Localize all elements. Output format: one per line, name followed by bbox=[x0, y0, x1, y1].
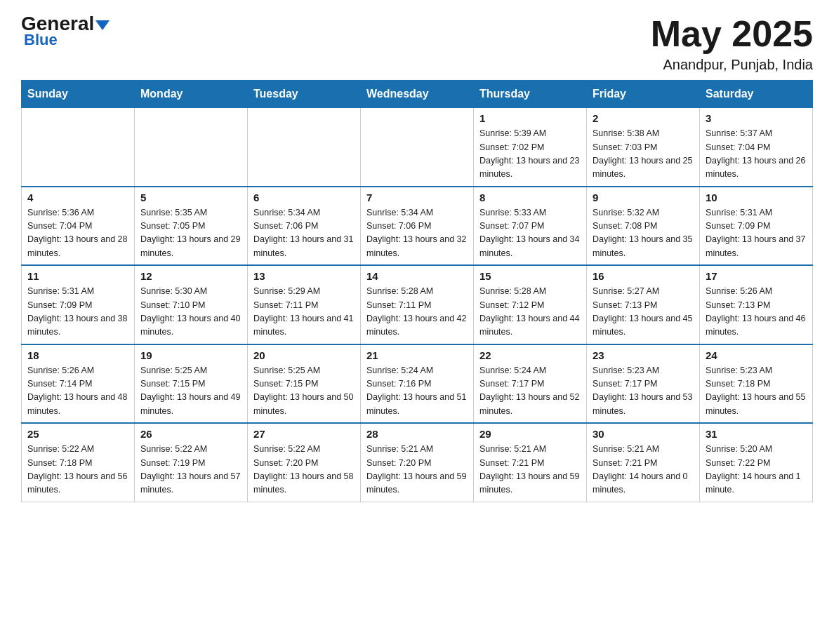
day-info: Sunrise: 5:29 AMSunset: 7:11 PMDaylight:… bbox=[253, 285, 355, 340]
day-number: 14 bbox=[366, 270, 468, 282]
day-info: Sunrise: 5:24 AMSunset: 7:16 PMDaylight:… bbox=[366, 364, 468, 419]
day-info: Sunrise: 5:33 AMSunset: 7:07 PMDaylight:… bbox=[479, 206, 581, 261]
col-sunday: Sunday bbox=[22, 81, 135, 108]
table-row bbox=[248, 108, 361, 187]
col-saturday: Saturday bbox=[700, 81, 813, 108]
table-row: 3Sunrise: 5:37 AMSunset: 7:04 PMDaylight… bbox=[700, 108, 813, 187]
day-number: 25 bbox=[27, 428, 128, 440]
calendar-week-row: 4Sunrise: 5:36 AMSunset: 7:04 PMDaylight… bbox=[22, 187, 813, 266]
day-info: Sunrise: 5:21 AMSunset: 7:21 PMDaylight:… bbox=[593, 443, 694, 497]
col-friday: Friday bbox=[587, 81, 700, 108]
table-row: 2Sunrise: 5:38 AMSunset: 7:03 PMDaylight… bbox=[587, 108, 700, 187]
day-info: Sunrise: 5:21 AMSunset: 7:20 PMDaylight:… bbox=[366, 443, 468, 497]
table-row: 27Sunrise: 5:22 AMSunset: 7:20 PMDayligh… bbox=[248, 423, 361, 502]
day-info: Sunrise: 5:21 AMSunset: 7:21 PMDaylight:… bbox=[479, 443, 581, 497]
day-number: 17 bbox=[706, 270, 807, 282]
day-info: Sunrise: 5:25 AMSunset: 7:15 PMDaylight:… bbox=[140, 364, 241, 419]
table-row: 14Sunrise: 5:28 AMSunset: 7:11 PMDayligh… bbox=[361, 265, 474, 344]
day-info: Sunrise: 5:36 AMSunset: 7:04 PMDaylight:… bbox=[27, 206, 128, 261]
day-info: Sunrise: 5:35 AMSunset: 7:05 PMDaylight:… bbox=[140, 206, 241, 261]
table-row: 11Sunrise: 5:31 AMSunset: 7:09 PMDayligh… bbox=[22, 265, 135, 344]
calendar-week-row: 1Sunrise: 5:39 AMSunset: 7:02 PMDaylight… bbox=[22, 108, 813, 187]
day-number: 13 bbox=[253, 270, 355, 282]
table-row: 16Sunrise: 5:27 AMSunset: 7:13 PMDayligh… bbox=[587, 265, 700, 344]
day-info: Sunrise: 5:25 AMSunset: 7:15 PMDaylight:… bbox=[253, 364, 355, 419]
table-row: 21Sunrise: 5:24 AMSunset: 7:16 PMDayligh… bbox=[361, 344, 474, 424]
table-row: 29Sunrise: 5:21 AMSunset: 7:21 PMDayligh… bbox=[474, 423, 587, 502]
day-number: 30 bbox=[593, 428, 694, 440]
table-row: 7Sunrise: 5:34 AMSunset: 7:06 PMDaylight… bbox=[361, 187, 474, 266]
col-monday: Monday bbox=[135, 81, 248, 108]
day-number: 28 bbox=[366, 428, 468, 440]
day-info: Sunrise: 5:38 AMSunset: 7:03 PMDaylight:… bbox=[593, 127, 694, 182]
table-row: 8Sunrise: 5:33 AMSunset: 7:07 PMDaylight… bbox=[474, 187, 587, 266]
day-info: Sunrise: 5:34 AMSunset: 7:06 PMDaylight:… bbox=[253, 206, 355, 261]
day-info: Sunrise: 5:26 AMSunset: 7:13 PMDaylight:… bbox=[706, 285, 807, 340]
table-row: 17Sunrise: 5:26 AMSunset: 7:13 PMDayligh… bbox=[700, 265, 813, 344]
day-info: Sunrise: 5:32 AMSunset: 7:08 PMDaylight:… bbox=[593, 206, 694, 261]
day-info: Sunrise: 5:27 AMSunset: 7:13 PMDaylight:… bbox=[593, 285, 694, 340]
table-row: 1Sunrise: 5:39 AMSunset: 7:02 PMDaylight… bbox=[474, 108, 587, 187]
day-info: Sunrise: 5:31 AMSunset: 7:09 PMDaylight:… bbox=[706, 206, 807, 261]
calendar-week-row: 25Sunrise: 5:22 AMSunset: 7:18 PMDayligh… bbox=[22, 423, 813, 502]
table-row: 25Sunrise: 5:22 AMSunset: 7:18 PMDayligh… bbox=[22, 423, 135, 502]
day-number: 15 bbox=[479, 270, 581, 282]
day-number: 8 bbox=[479, 192, 581, 203]
logo-blue-text: Blue bbox=[21, 31, 58, 49]
day-info: Sunrise: 5:26 AMSunset: 7:14 PMDaylight:… bbox=[27, 364, 128, 419]
logo-triangle-icon bbox=[95, 20, 110, 30]
day-number: 12 bbox=[140, 270, 241, 282]
day-number: 9 bbox=[593, 192, 694, 203]
table-row: 18Sunrise: 5:26 AMSunset: 7:14 PMDayligh… bbox=[22, 344, 135, 424]
day-number: 26 bbox=[140, 428, 241, 440]
day-number: 5 bbox=[140, 192, 241, 203]
day-info: Sunrise: 5:28 AMSunset: 7:11 PMDaylight:… bbox=[366, 285, 468, 340]
day-number: 22 bbox=[479, 349, 581, 361]
day-number: 1 bbox=[479, 112, 581, 124]
day-number: 21 bbox=[366, 349, 468, 361]
day-number: 31 bbox=[706, 428, 807, 440]
title-block: May 2025 Anandpur, Punjab, India bbox=[651, 14, 813, 73]
day-number: 18 bbox=[27, 349, 128, 361]
day-info: Sunrise: 5:24 AMSunset: 7:17 PMDaylight:… bbox=[479, 364, 581, 419]
calendar-week-row: 18Sunrise: 5:26 AMSunset: 7:14 PMDayligh… bbox=[22, 344, 813, 424]
day-info: Sunrise: 5:23 AMSunset: 7:18 PMDaylight:… bbox=[706, 364, 807, 419]
page-header: General Blue May 2025 Anandpur, Punjab, … bbox=[21, 14, 813, 73]
table-row: 22Sunrise: 5:24 AMSunset: 7:17 PMDayligh… bbox=[474, 344, 587, 424]
location-text: Anandpur, Punjab, India bbox=[651, 57, 813, 73]
logo: General Blue bbox=[21, 14, 110, 49]
table-row: 24Sunrise: 5:23 AMSunset: 7:18 PMDayligh… bbox=[700, 344, 813, 424]
table-row: 15Sunrise: 5:28 AMSunset: 7:12 PMDayligh… bbox=[474, 265, 587, 344]
table-row: 12Sunrise: 5:30 AMSunset: 7:10 PMDayligh… bbox=[135, 265, 248, 344]
day-info: Sunrise: 5:37 AMSunset: 7:04 PMDaylight:… bbox=[706, 127, 807, 182]
calendar-week-row: 11Sunrise: 5:31 AMSunset: 7:09 PMDayligh… bbox=[22, 265, 813, 344]
month-year-title: May 2025 bbox=[651, 14, 813, 54]
day-number: 19 bbox=[140, 349, 241, 361]
day-info: Sunrise: 5:31 AMSunset: 7:09 PMDaylight:… bbox=[27, 285, 128, 340]
day-info: Sunrise: 5:22 AMSunset: 7:18 PMDaylight:… bbox=[27, 443, 128, 497]
col-thursday: Thursday bbox=[474, 81, 587, 108]
table-row bbox=[135, 108, 248, 187]
day-number: 24 bbox=[706, 349, 807, 361]
calendar-header-row: Sunday Monday Tuesday Wednesday Thursday… bbox=[22, 81, 813, 108]
table-row bbox=[361, 108, 474, 187]
day-info: Sunrise: 5:34 AMSunset: 7:06 PMDaylight:… bbox=[366, 206, 468, 261]
day-info: Sunrise: 5:20 AMSunset: 7:22 PMDaylight:… bbox=[706, 443, 807, 497]
day-number: 20 bbox=[253, 349, 355, 361]
day-info: Sunrise: 5:28 AMSunset: 7:12 PMDaylight:… bbox=[479, 285, 581, 340]
day-number: 2 bbox=[593, 112, 694, 124]
table-row: 9Sunrise: 5:32 AMSunset: 7:08 PMDaylight… bbox=[587, 187, 700, 266]
col-wednesday: Wednesday bbox=[361, 81, 474, 108]
day-info: Sunrise: 5:23 AMSunset: 7:17 PMDaylight:… bbox=[593, 364, 694, 419]
day-number: 7 bbox=[366, 192, 468, 203]
table-row: 4Sunrise: 5:36 AMSunset: 7:04 PMDaylight… bbox=[22, 187, 135, 266]
table-row bbox=[22, 108, 135, 187]
calendar-table: Sunday Monday Tuesday Wednesday Thursday… bbox=[21, 80, 813, 502]
table-row: 13Sunrise: 5:29 AMSunset: 7:11 PMDayligh… bbox=[248, 265, 361, 344]
day-number: 29 bbox=[479, 428, 581, 440]
day-number: 11 bbox=[27, 270, 128, 282]
table-row: 19Sunrise: 5:25 AMSunset: 7:15 PMDayligh… bbox=[135, 344, 248, 424]
table-row: 31Sunrise: 5:20 AMSunset: 7:22 PMDayligh… bbox=[700, 423, 813, 502]
day-number: 23 bbox=[593, 349, 694, 361]
table-row: 6Sunrise: 5:34 AMSunset: 7:06 PMDaylight… bbox=[248, 187, 361, 266]
